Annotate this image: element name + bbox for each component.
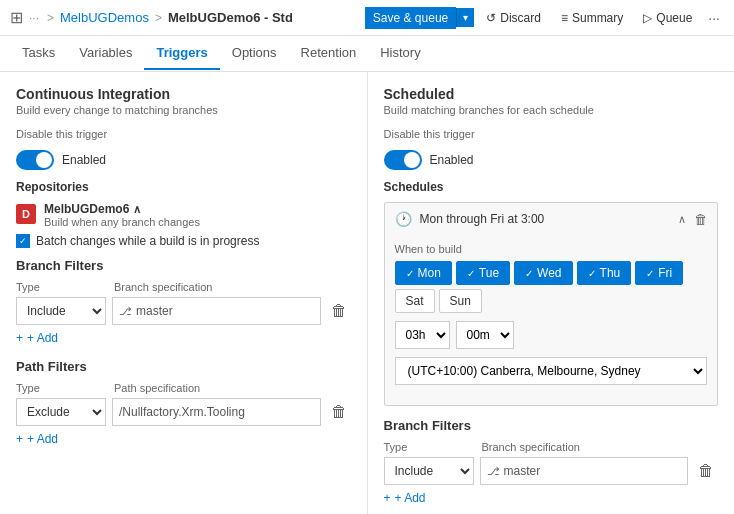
mon-label: Mon — [418, 266, 441, 280]
branch-filter-labels: Type Branch specification — [16, 281, 351, 293]
sched-branch-spec-value: master — [504, 464, 541, 478]
breadcrumb-pipeline: MelbUGDemo6 - Std — [168, 10, 293, 25]
lines-icon: ≡ — [561, 11, 568, 25]
sched-type-label: Type — [384, 441, 474, 453]
sched-branch-spec-icon: ⎇ — [487, 465, 500, 478]
batch-label: Batch changes while a build is in progre… — [36, 234, 259, 248]
ci-panel: Continuous Integration Build every chang… — [0, 72, 368, 514]
sched-branch-spec-input[interactable]: ⎇ master — [480, 457, 689, 485]
play-icon: ▷ — [643, 11, 652, 25]
sched-toggle-state: Enabled — [430, 153, 474, 167]
timezone-select[interactable]: (UTC+10:00) Canberra, Melbourne, Sydney — [395, 357, 708, 385]
repo-letter: D — [22, 208, 30, 220]
tue-check: ✓ — [467, 268, 475, 279]
tab-retention[interactable]: Retention — [289, 37, 369, 70]
branch-add-link[interactable]: + + Add — [16, 331, 351, 345]
sched-branch-add-link[interactable]: + + Add — [384, 491, 719, 505]
sched-branch-type-select[interactable]: Include Exclude — [384, 457, 474, 485]
save-queue-button[interactable]: Save & queue — [365, 7, 456, 29]
repo-item: D MelbUGDemo6 ∧ Build when any branch ch… — [16, 202, 351, 228]
more-options-button[interactable]: ··· — [704, 6, 724, 30]
branch-spec-value: master — [136, 304, 173, 318]
day-wed[interactable]: ✓ Wed — [514, 261, 572, 285]
hours-select[interactable]: 03h 00h01h02h 04h05h — [395, 321, 450, 349]
day-sat[interactable]: Sat — [395, 289, 435, 313]
save-queue-group: Save & queue ▾ — [365, 7, 474, 29]
discard-button[interactable]: ↺ Discard — [478, 7, 549, 29]
repo-icon: D — [16, 204, 36, 224]
repo-chevron[interactable]: ∧ — [133, 203, 141, 216]
repo-desc: Build when any branch changes — [44, 216, 200, 228]
sat-label: Sat — [406, 294, 424, 308]
path-spec-input[interactable]: /Nullfactory.Xrm.Tooling — [112, 398, 321, 426]
schedule-header: 🕐 Mon through Fri at 3:00 ∧ 🗑 — [385, 203, 718, 235]
path-add-icon: + — [16, 432, 23, 446]
sun-label: Sun — [450, 294, 471, 308]
ci-toggle-switch[interactable] — [16, 150, 54, 170]
branch-filters-title: Branch Filters — [16, 258, 351, 273]
tab-variables[interactable]: Variables — [67, 37, 144, 70]
day-tue[interactable]: ✓ Tue — [456, 261, 510, 285]
wed-label: Wed — [537, 266, 561, 280]
tab-triggers[interactable]: Triggers — [144, 37, 219, 70]
wed-check: ✓ — [525, 268, 533, 279]
branch-filters-section: Branch Filters Type Branch specification… — [16, 258, 351, 345]
branch-spec-icon: ⎇ — [119, 305, 132, 318]
branch-type-select[interactable]: Include Exclude — [16, 297, 106, 325]
fri-check: ✓ — [646, 268, 654, 279]
main-content: Continuous Integration Build every chang… — [0, 72, 734, 514]
spec-label: Branch specification — [114, 281, 212, 293]
tab-history[interactable]: History — [368, 37, 432, 70]
minutes-select[interactable]: 00m 15m30m45m — [456, 321, 514, 349]
queue-button[interactable]: ▷ Queue — [635, 7, 700, 29]
undo-icon: ↺ — [486, 11, 496, 25]
time-row: 03h 00h01h02h 04h05h 00m 15m30m45m — [395, 321, 708, 349]
day-thu[interactable]: ✓ Thu — [577, 261, 632, 285]
breadcrumb-org[interactable]: MelbUGDemos — [60, 10, 149, 25]
schedule-trash-button[interactable]: 🗑 — [694, 212, 707, 227]
nav-tabs: Tasks Variables Triggers Options Retenti… — [0, 36, 734, 72]
sep-arrow2: > — [155, 11, 162, 25]
summary-button[interactable]: ≡ Summary — [553, 7, 631, 29]
day-sun[interactable]: Sun — [439, 289, 482, 313]
ci-title: Continuous Integration — [16, 86, 351, 102]
path-spec-label: Path specification — [114, 382, 200, 394]
batch-checkbox[interactable]: ✓ — [16, 234, 30, 248]
tab-options[interactable]: Options — [220, 37, 289, 70]
path-delete-button[interactable]: 🗑 — [327, 401, 351, 423]
schedule-collapse-chevron[interactable]: ∧ — [678, 213, 686, 226]
sched-toggle-switch[interactable] — [384, 150, 422, 170]
branch-delete-button[interactable]: 🗑 — [327, 300, 351, 322]
add-icon: + — [16, 331, 23, 345]
repo-details: MelbUGDemo6 ∧ Build when any branch chan… — [44, 202, 200, 228]
path-filters-section: Path Filters Type Path specification Exc… — [16, 359, 351, 446]
repositories-title: Repositories — [16, 180, 351, 194]
path-type-label: Type — [16, 382, 106, 394]
mon-check: ✓ — [406, 268, 414, 279]
sched-branch-filter-row: Include Exclude ⎇ master 🗑 — [384, 457, 719, 485]
day-fri[interactable]: ✓ Fri — [635, 261, 683, 285]
sched-trigger-label: Disable this trigger — [384, 128, 475, 140]
path-filters-title: Path Filters — [16, 359, 351, 374]
sched-toggle-thumb — [404, 152, 420, 168]
tab-tasks[interactable]: Tasks — [10, 37, 67, 70]
ci-toggle-row: Disable this trigger — [16, 128, 351, 140]
save-queue-dropdown-button[interactable]: ▾ — [456, 8, 474, 27]
tue-label: Tue — [479, 266, 499, 280]
path-type-select[interactable]: Exclude Include — [16, 398, 106, 426]
thu-label: Thu — [600, 266, 621, 280]
branch-spec-input[interactable]: ⎇ master — [112, 297, 321, 325]
fri-label: Fri — [658, 266, 672, 280]
day-mon[interactable]: ✓ Mon — [395, 261, 452, 285]
ci-enabled-row: Enabled — [16, 150, 351, 170]
app-icon: ⊞ — [10, 8, 23, 27]
when-to-build-section: When to build ✓ Mon ✓ Tue ✓ Wed — [385, 235, 718, 405]
path-add-link[interactable]: + + Add — [16, 432, 351, 446]
sched-spec-label: Branch specification — [482, 441, 580, 453]
sched-branch-delete-button[interactable]: 🗑 — [694, 460, 718, 482]
breadcrumb-area: ⊞ ··· > MelbUGDemos > MelbUGDemo6 - Std — [10, 8, 359, 27]
schedule-box: 🕐 Mon through Fri at 3:00 ∧ 🗑 When to bu… — [384, 202, 719, 406]
schedules-title: Schedules — [384, 180, 719, 194]
schedule-header-text: Mon through Fri at 3:00 — [420, 212, 671, 226]
sched-add-icon: + — [384, 491, 391, 505]
